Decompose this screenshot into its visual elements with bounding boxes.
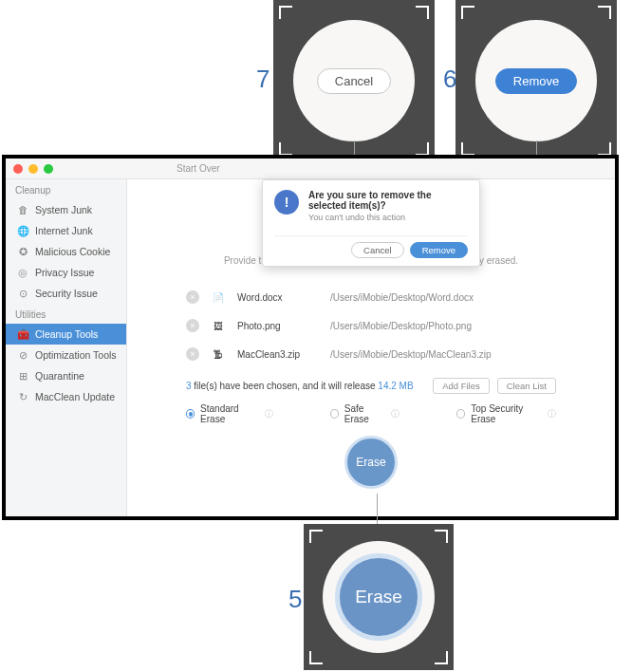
radio-on-icon: [186, 409, 195, 419]
sidebar-header-cleanup: Cleanup: [6, 179, 126, 199]
sidebar-item-system-junk[interactable]: 🗑System Junk: [6, 199, 126, 220]
sidebar-item-internet-junk[interactable]: 🌐Internet Junk: [6, 220, 126, 241]
file-path: /Users/iMobie/Desktop/Photo.png: [330, 321, 472, 331]
file-list: × 📄 Word.docx /Users/iMobie/Desktop/Word…: [186, 283, 556, 368]
minimize-window-icon[interactable]: [28, 164, 38, 174]
dialog-title: Are you sure to remove the selected item…: [308, 190, 468, 211]
info-icon[interactable]: ⓘ: [265, 408, 273, 420]
box-icon: ⊞: [17, 370, 28, 382]
sidebar-item-label: Internet Junk: [35, 225, 93, 236]
remove-row-icon[interactable]: ×: [186, 290, 199, 304]
erase-button-large[interactable]: Erase: [335, 553, 422, 641]
erase-modes: Standard Eraseⓘ Safe Eraseⓘ Top Security…: [186, 403, 556, 424]
info-icon[interactable]: ⓘ: [391, 408, 400, 420]
summary-size: 14.2 MB: [378, 381, 413, 391]
remove-button[interactable]: Remove: [495, 68, 577, 94]
radio-off-icon: [330, 409, 339, 419]
zoom-window-icon[interactable]: [44, 164, 53, 174]
titlebar: Start Over: [6, 159, 615, 179]
sidebar-item-label: System Junk: [35, 204, 92, 215]
sidebar-item-label: Quarantine: [35, 370, 84, 382]
gauge-icon: ⊘: [17, 349, 28, 361]
dialog-subtitle: You can't undo this action: [308, 213, 468, 222]
mode-top[interactable]: Top Security Eraseⓘ: [456, 403, 556, 424]
globe-icon: 🌐: [17, 225, 28, 236]
cancel-button[interactable]: Cancel: [317, 68, 391, 94]
info-icon[interactable]: ⓘ: [548, 408, 556, 420]
mode-label: Top Security Erase: [471, 403, 542, 424]
mode-standard[interactable]: Standard Eraseⓘ: [186, 403, 273, 424]
dialog-remove-button[interactable]: Remove: [410, 242, 468, 258]
callout-number: 6: [443, 65, 456, 94]
sidebar-item-label: MacClean Update: [35, 391, 115, 402]
callout-remove: Remove 6: [455, 0, 617, 161]
shield-icon: ⊙: [17, 288, 28, 299]
sidebar-item-label: Security Issue: [35, 288, 98, 299]
file-row: × 📄 Word.docx /Users/iMobie/Desktop/Word…: [186, 283, 556, 311]
callout-bubble: Cancel: [293, 20, 415, 141]
callout-cancel: Cancel 7: [273, 0, 435, 161]
mode-label: Standard Erase: [200, 403, 259, 424]
callout-bubble: Erase: [323, 541, 435, 653]
file-zip-icon: 🗜: [211, 345, 226, 363]
sidebar-item-macclean-update[interactable]: ↻MacClean Update: [6, 386, 126, 407]
bug-icon: ✪: [17, 246, 28, 257]
summary-row: 3 file(s) have been chosen, and it will …: [186, 378, 556, 394]
file-row: × 🖼 Photo.png /Users/iMobie/Desktop/Phot…: [186, 311, 556, 340]
file-path: /Users/iMobie/Desktop/MacClean3.zip: [330, 349, 492, 360]
summary-text: 3 file(s) have been chosen, and it will …: [186, 381, 414, 391]
sidebar-item-cleanup-tools[interactable]: 🧰Cleanup Tools: [6, 324, 126, 345]
mode-safe[interactable]: Safe Eraseⓘ: [330, 403, 400, 424]
sidebar-item-label: Cleanup Tools: [35, 328, 98, 340]
add-files-button[interactable]: Add Files: [433, 378, 490, 394]
refresh-icon: ↻: [17, 391, 28, 402]
callout-number: 7: [256, 65, 270, 94]
file-doc-icon: 📄: [211, 289, 226, 306]
callout-number: 5: [288, 585, 302, 614]
file-name: Photo.png: [237, 321, 319, 331]
dialog-cancel-button[interactable]: Cancel: [351, 242, 404, 258]
start-over-link[interactable]: Start Over: [177, 163, 220, 174]
sidebar-item-malicious-cookie[interactable]: ✪Malicious Cookie: [6, 241, 126, 262]
radio-off-icon: [456, 409, 465, 419]
file-name: Word.docx: [237, 292, 319, 303]
clean-list-button[interactable]: Clean List: [497, 378, 556, 394]
lock-icon: ◎: [17, 267, 28, 278]
sidebar-item-quarantine[interactable]: ⊞Quarantine: [6, 365, 126, 386]
file-path: /Users/iMobie/Desktop/Word.docx: [330, 292, 474, 303]
file-row: × 🗜 MacClean3.zip /Users/iMobie/Desktop/…: [186, 340, 556, 368]
file-name: MacClean3.zip: [237, 349, 319, 360]
sidebar: Cleanup 🗑System Junk 🌐Internet Junk ✪Mal…: [6, 179, 127, 516]
erase-button[interactable]: Erase: [344, 436, 398, 489]
sidebar-header-utilities: Utilities: [6, 304, 126, 324]
app-window: Start Over Cleanup 🗑System Junk 🌐Interne…: [2, 155, 619, 520]
sidebar-item-label: Privacy Issue: [35, 267, 94, 278]
mode-label: Safe Erase: [344, 403, 385, 424]
briefcase-icon: 🧰: [17, 328, 28, 340]
remove-row-icon[interactable]: ×: [186, 347, 199, 361]
close-window-icon[interactable]: [13, 164, 23, 174]
callout-erase: Erase 5: [304, 524, 454, 670]
sidebar-item-security-issue[interactable]: ⊙Security Issue: [6, 283, 126, 304]
main-panel: ! Are you sure to remove the selected it…: [127, 179, 615, 516]
confirm-dialog: ! Are you sure to remove the selected it…: [262, 179, 480, 267]
callout-bubble: Remove: [475, 20, 597, 141]
remove-row-icon[interactable]: ×: [186, 319, 199, 332]
sidebar-item-label: Optimization Tools: [35, 349, 117, 361]
traffic-lights: [13, 164, 53, 174]
trash-icon: 🗑: [17, 204, 28, 215]
file-image-icon: 🖼: [211, 317, 226, 334]
alert-icon: !: [274, 190, 299, 215]
sidebar-item-label: Malicious Cookie: [35, 246, 110, 257]
sidebar-item-privacy-issue[interactable]: ◎Privacy Issue: [6, 262, 126, 283]
sidebar-item-optimization-tools[interactable]: ⊘Optimization Tools: [6, 345, 126, 365]
